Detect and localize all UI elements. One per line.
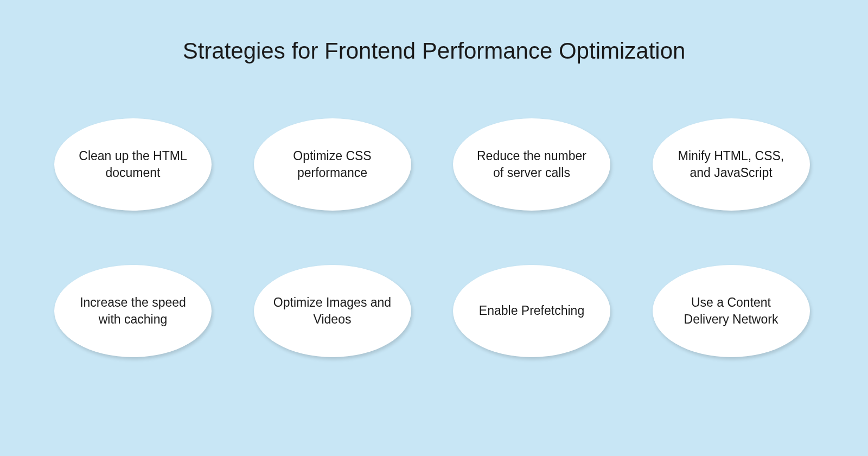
strategy-ellipse: Use a Content Delivery Network — [653, 265, 810, 357]
strategy-ellipse: Optimize Images and Videos — [254, 265, 411, 357]
strategy-ellipse: Increase the speed with caching — [54, 265, 212, 357]
strategies-grid: Clean up the HTML document Optimize CSS … — [54, 118, 814, 357]
strategy-ellipse: Enable Prefetching — [453, 265, 610, 357]
strategy-ellipse: Optimize CSS performance — [254, 118, 411, 211]
strategy-ellipse: Reduce the number of server calls — [453, 118, 610, 211]
strategy-ellipse: Minify HTML, CSS, and JavaScript — [653, 118, 810, 211]
strategy-ellipse: Clean up the HTML document — [54, 118, 212, 211]
diagram-title: Strategies for Frontend Performance Opti… — [183, 38, 686, 64]
